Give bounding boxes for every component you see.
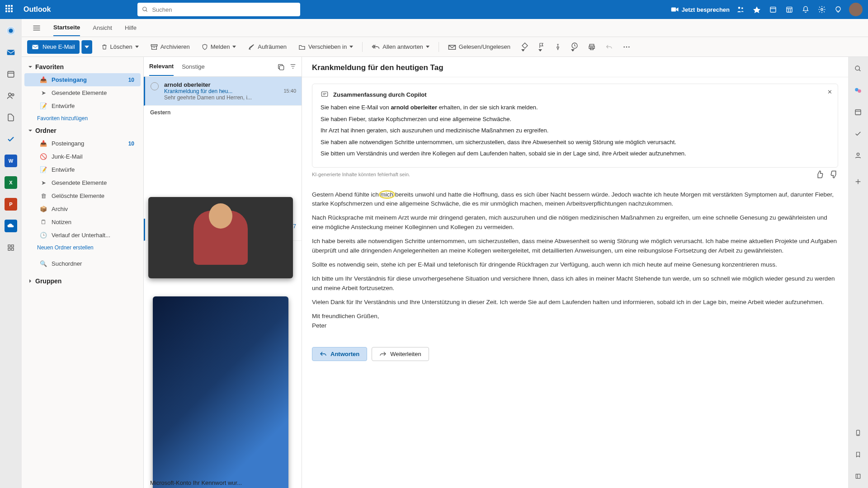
folder-deleted[interactable]: 🗑Gelöschte Elemente	[24, 189, 141, 202]
read-unread-label: Gelesen/Ungelesen	[459, 43, 510, 50]
reply-button[interactable]: Antworten	[312, 347, 367, 361]
settings-icon[interactable]	[816, 4, 827, 15]
ai-disclaimer: KI-generierte Inhalte könnten fehlerhaft…	[312, 172, 410, 177]
svg-point-43	[858, 89, 861, 93]
svg-rect-26	[32, 45, 38, 49]
contacts-panel-icon[interactable]	[852, 149, 864, 162]
brand-name: Outlook	[24, 5, 51, 14]
add-app-icon[interactable]	[852, 175, 864, 188]
reply-all-button[interactable]: Allen antworten	[369, 42, 432, 52]
select-all-icon[interactable]	[277, 63, 284, 70]
my-day-icon[interactable]	[768, 4, 778, 15]
close-icon[interactable]: ✕	[827, 89, 832, 95]
move-to-button[interactable]: Verschieben in	[296, 42, 356, 52]
video-overlay-2[interactable]	[153, 296, 288, 488]
print-button[interactable]	[586, 42, 597, 52]
rail-files-icon[interactable]	[5, 111, 17, 124]
rail-excel-icon[interactable]: X	[5, 176, 17, 189]
tab-help[interactable]: Hilfe	[125, 20, 137, 36]
teams-icon[interactable]	[735, 4, 746, 15]
rail-home-icon[interactable]	[5, 24, 17, 37]
forward-button[interactable]: Weiterleiten	[372, 347, 429, 361]
tasks-panel-icon[interactable]	[852, 127, 864, 140]
notifications-icon[interactable]	[800, 4, 811, 15]
copilot-panel-icon[interactable]	[852, 84, 864, 97]
new-mail-dropdown[interactable]	[81, 40, 92, 54]
expand-panel-icon[interactable]	[852, 470, 864, 483]
search-panel-icon[interactable]	[852, 62, 864, 75]
search-input[interactable]	[152, 6, 296, 13]
new-mail-button[interactable]: Neue E-Mail	[27, 40, 80, 54]
email-subject: Krankmeldung für den heutigen Tag	[312, 63, 838, 72]
svg-line-1	[146, 10, 147, 12]
tips-icon[interactable]	[833, 4, 844, 15]
rail-people-icon[interactable]	[5, 89, 17, 102]
tab-other[interactable]: Sonstige	[182, 58, 205, 75]
calendar-grid-icon[interactable]	[784, 4, 795, 15]
notes-label: Notizen	[52, 219, 71, 225]
svg-point-11	[821, 9, 823, 11]
flag-button[interactable]	[537, 40, 547, 53]
folder-drafts-fav[interactable]: 📝Entwürfe	[24, 99, 141, 113]
snooze-button[interactable]	[569, 40, 580, 53]
folder-history[interactable]: 🕒Verlauf der Unterhalt...	[24, 229, 141, 242]
groups-group[interactable]: Gruppen	[22, 275, 143, 287]
archive-icon: 📦	[40, 206, 47, 212]
tab-focused[interactable]: Relevant	[149, 57, 174, 76]
report-button[interactable]: Melden	[199, 42, 239, 52]
add-favorite-link[interactable]: Favoriten hinzufügen	[22, 113, 143, 124]
folder-search[interactable]: 🔍Suchordner	[24, 257, 141, 270]
sweep-button[interactable]: Aufräumen	[245, 42, 289, 52]
folder-junk[interactable]: 🚫Junk-E-Mail	[24, 150, 141, 163]
mail-icon	[32, 44, 39, 50]
folder-notes[interactable]: 🗒Notizen	[24, 216, 141, 229]
delete-button[interactable]: Löschen	[99, 42, 142, 52]
message-checkbox[interactable]	[151, 82, 159, 90]
rail-onedrive-icon[interactable]	[5, 220, 17, 232]
rail-calendar-icon[interactable]	[5, 68, 17, 80]
svg-rect-27	[151, 44, 157, 46]
svg-point-17	[9, 93, 11, 96]
new-folder-link[interactable]: Neuen Ordner erstellen	[22, 242, 143, 253]
search-box[interactable]	[137, 3, 300, 16]
thumbs-down-icon[interactable]	[830, 170, 838, 178]
archive-button[interactable]: Archivieren	[148, 42, 193, 52]
read-unread-button[interactable]: Gelesen/Ungelesen	[445, 42, 513, 52]
folder-drafts[interactable]: 📝Entwürfe	[24, 163, 141, 176]
folders-group[interactable]: Ordner	[22, 124, 143, 137]
folder-inbox-fav[interactable]: 📥Posteingang10	[24, 73, 141, 86]
rail-todo-icon[interactable]	[5, 133, 17, 145]
svg-point-46	[857, 153, 859, 155]
bookmark-panel-icon[interactable]	[852, 448, 864, 461]
tab-view[interactable]: Ansicht	[93, 20, 112, 36]
search-folder-icon: 🔍	[40, 260, 47, 267]
inbox-icon: 📥	[40, 76, 47, 83]
rail-word-icon[interactable]: W	[5, 155, 17, 167]
rail-more-apps-icon[interactable]	[5, 241, 17, 254]
folder-sent-fav[interactable]: ➤Gesendete Elemente	[24, 86, 141, 99]
folder-inbox[interactable]: 📥Posteingang10	[24, 137, 141, 150]
rail-mail-icon[interactable]	[5, 46, 17, 59]
folder-archive[interactable]: 📦Archiv	[24, 202, 141, 216]
folder-sent[interactable]: ➤Gesendete Elemente	[24, 176, 141, 189]
tab-home[interactable]: Startseite	[53, 19, 80, 36]
phone-panel-icon[interactable]	[852, 427, 864, 439]
app-launcher-icon[interactable]	[5, 5, 14, 14]
sent-label: Gesendete Elemente	[52, 179, 107, 186]
message-item[interactable]: arnold oberleiter Krankmeldung für den h…	[144, 77, 302, 106]
more-button[interactable]	[621, 44, 632, 50]
favorites-group[interactable]: Favoriten	[22, 61, 143, 73]
nav-toggle-icon[interactable]	[33, 25, 41, 31]
meet-now-button[interactable]: Jetzt besprechen	[671, 6, 730, 13]
thumbs-up-icon[interactable]	[816, 170, 824, 178]
reply-all-icon	[372, 44, 380, 50]
categorize-button[interactable]	[519, 40, 530, 53]
pin-button[interactable]	[553, 42, 563, 52]
video-overlay[interactable]	[148, 197, 293, 278]
svg-rect-44	[855, 110, 861, 115]
calendar-panel-icon[interactable]	[852, 106, 864, 118]
rail-powerpoint-icon[interactable]: P	[5, 198, 17, 211]
filter-icon[interactable]	[290, 63, 296, 70]
account-avatar[interactable]	[849, 3, 863, 16]
premium-icon[interactable]	[751, 4, 762, 15]
